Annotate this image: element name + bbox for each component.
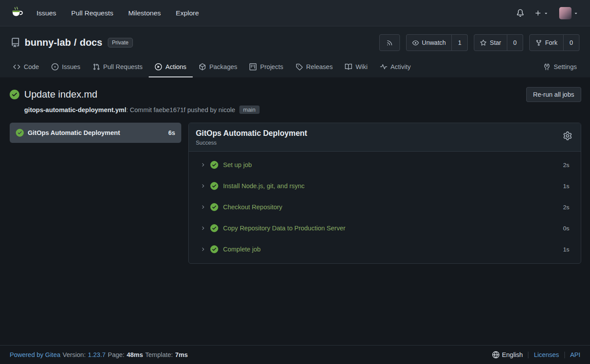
- tab-pull-requests-label: Pull Requests: [103, 63, 143, 70]
- tab-wiki-label: Wiki: [355, 63, 367, 70]
- notifications-button[interactable]: [511, 0, 529, 26]
- repo-title-row: bunny-lab / docs Private Unwatch 1: [0, 34, 590, 51]
- chevron-right-icon[interactable]: [200, 226, 205, 231]
- chevron-right-icon[interactable]: [200, 183, 205, 189]
- nav-milestones[interactable]: Milestones: [121, 0, 168, 26]
- globe-icon: [492, 351, 499, 358]
- nav-explore[interactable]: Explore: [169, 0, 207, 26]
- step-name: Checkout Repository: [223, 204, 282, 211]
- step-name: Install Node.js, git, and rsync: [223, 182, 304, 189]
- chevron-right-icon[interactable]: [200, 204, 205, 210]
- api-link[interactable]: API: [570, 351, 580, 358]
- tab-pull-requests[interactable]: Pull Requests: [87, 57, 149, 77]
- commit-info: : Commit faebe1671f pushed by nicole: [126, 106, 235, 113]
- watch-button-group: Unwatch 1: [406, 34, 468, 51]
- step-duration: 1s: [563, 183, 569, 189]
- gitea-app: Issues Pull Requests Milestones Explore …: [0, 0, 590, 364]
- tab-projects-label: Projects: [260, 63, 283, 70]
- language-selector[interactable]: English: [492, 351, 523, 358]
- job-detail-titles: GitOps Automatic Deployment Success: [196, 129, 307, 146]
- star-button-group: Star 0: [474, 34, 523, 51]
- step-row[interactable]: Complete job 1s: [189, 239, 581, 260]
- nav-pull-requests[interactable]: Pull Requests: [64, 0, 121, 26]
- tabs-spacer: [417, 57, 537, 77]
- check-circle-icon: [210, 245, 218, 253]
- tab-settings[interactable]: Settings: [537, 57, 583, 77]
- step-name: Copy Repository Data to Production Serve…: [223, 225, 345, 232]
- gitea-logo-icon: [10, 6, 25, 21]
- bell-icon: [517, 9, 524, 17]
- version-label: Version:: [62, 351, 85, 358]
- tab-packages[interactable]: Packages: [193, 57, 244, 77]
- user-menu-button[interactable]: [554, 0, 584, 26]
- template-time-label: Template:: [145, 351, 173, 358]
- caret-down-icon: [573, 11, 579, 16]
- job-name: GitOps Automatic Deployment: [28, 129, 120, 136]
- tab-activity[interactable]: Activity: [374, 57, 417, 77]
- avatar: [559, 7, 572, 19]
- powered-by-gitea-link[interactable]: Powered by Gitea: [10, 351, 60, 358]
- step-row[interactable]: Set up job 2s: [189, 154, 581, 175]
- run-header: Update index.md Re-run all jobs: [10, 87, 581, 102]
- page-time-value: 48ms: [127, 351, 143, 358]
- job-options-button[interactable]: [562, 129, 573, 143]
- pulse-icon: [380, 63, 387, 70]
- branch-badge[interactable]: main: [239, 106, 260, 114]
- footer: Powered by Gitea Version: 1.23.7 Page: 4…: [0, 345, 590, 364]
- tab-issues-label: Issues: [62, 63, 81, 70]
- unwatch-label: Unwatch: [422, 39, 446, 46]
- repo-owner-link[interactable]: bunny-lab: [25, 37, 71, 48]
- eye-icon: [412, 40, 419, 46]
- actions-run-page: Update index.md Re-run all jobs gitops-a…: [0, 77, 590, 345]
- version-link[interactable]: 1.23.7: [88, 351, 106, 358]
- footer-left: Powered by Gitea Version: 1.23.7 Page: 4…: [10, 351, 188, 358]
- step-row[interactable]: Copy Repository Data to Production Serve…: [189, 218, 581, 239]
- fork-label: Fork: [545, 39, 557, 46]
- chevron-right-icon[interactable]: [200, 247, 205, 252]
- step-row[interactable]: Install Node.js, git, and rsync 1s: [189, 175, 581, 197]
- licenses-link[interactable]: Licenses: [534, 351, 559, 358]
- run-title: Update index.md: [24, 89, 97, 100]
- tab-packages-label: Packages: [209, 63, 238, 70]
- tab-projects[interactable]: Projects: [243, 57, 289, 77]
- tab-issues[interactable]: Issues: [45, 57, 87, 77]
- fork-button[interactable]: Fork: [529, 34, 564, 51]
- repo-icon: [11, 38, 20, 47]
- tab-releases-label: Releases: [306, 63, 333, 70]
- footer-divider: [564, 352, 565, 358]
- step-row[interactable]: Checkout Repository 2s: [189, 197, 581, 218]
- unwatch-button[interactable]: Unwatch: [406, 34, 452, 51]
- run-body: GitOps Automatic Deployment 6s GitOps Au…: [10, 123, 581, 264]
- tab-actions-label: Actions: [165, 63, 187, 70]
- rss-button[interactable]: [379, 34, 400, 51]
- repo-tabs: Code Issues Pull Requests Actions Packag…: [0, 57, 590, 77]
- tab-releases[interactable]: Releases: [290, 57, 339, 77]
- job-status-text: Success: [196, 140, 307, 146]
- star-icon: [480, 40, 487, 46]
- star-button[interactable]: Star: [474, 34, 507, 51]
- package-icon: [199, 63, 206, 70]
- tab-wiki[interactable]: Wiki: [339, 57, 374, 77]
- repo-name-link[interactable]: docs: [80, 37, 102, 48]
- issue-opened-icon: [51, 63, 59, 70]
- step-list: Set up job 2s Install Node.js, git, and …: [189, 152, 581, 263]
- stars-count[interactable]: 0: [507, 34, 523, 51]
- project-icon: [249, 63, 257, 70]
- watchers-count[interactable]: 1: [452, 34, 468, 51]
- top-navbar: Issues Pull Requests Milestones Explore: [0, 0, 590, 26]
- chevron-right-icon[interactable]: [200, 162, 205, 167]
- job-list-item[interactable]: GitOps Automatic Deployment 6s: [10, 123, 181, 143]
- nav-issues[interactable]: Issues: [29, 0, 64, 26]
- tab-actions[interactable]: Actions: [149, 57, 193, 77]
- star-label: Star: [490, 39, 501, 46]
- gitea-logo[interactable]: [6, 6, 29, 21]
- tab-code[interactable]: Code: [7, 57, 45, 77]
- repo-actions: Unwatch 1 Star 0 Fork 0: [379, 34, 579, 51]
- tab-code-label: Code: [24, 63, 39, 70]
- rerun-all-jobs-button[interactable]: Re-run all jobs: [526, 87, 582, 102]
- tab-settings-label: Settings: [554, 63, 577, 70]
- template-time-value: 7ms: [175, 351, 188, 358]
- forks-count[interactable]: 0: [564, 34, 579, 51]
- repo-header: bunny-lab / docs Private Unwatch 1: [0, 26, 590, 77]
- create-new-button[interactable]: [529, 0, 554, 26]
